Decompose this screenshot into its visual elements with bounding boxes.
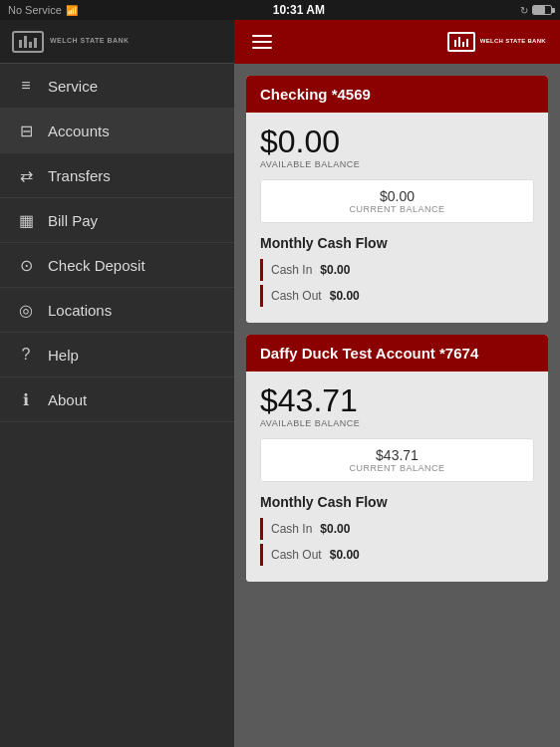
cash-in-amount-account-2: $0.00 — [320, 522, 350, 536]
app-container: WELCH STATE BANK ≡ Service ⊟ Accounts ⇄ … — [0, 20, 560, 747]
wifi-icon: 📶 — [66, 5, 78, 16]
cash-out-item-account-2: Cash Out $0.00 — [260, 544, 534, 566]
account-title-account-2: Daffy Duck Test Account *7674 — [260, 345, 534, 362]
wbar2 — [458, 37, 460, 47]
current-balance-amount-account-2: $43.71 — [273, 447, 521, 463]
status-time: 10:31 AM — [78, 3, 520, 17]
bill-pay-icon: ▦ — [16, 211, 36, 230]
sidebar-nav: ≡ Service ⊟ Accounts ⇄ Transfers ▦ Bill … — [0, 64, 234, 747]
status-right: ↻ — [520, 5, 552, 16]
wbar3 — [462, 42, 464, 47]
hamburger-line-3 — [252, 47, 272, 49]
account-body-account-1: $0.00 AVAILABLE BALANCE $0.00 CURRENT BA… — [246, 113, 548, 323]
sidebar-label-transfers: Transfers — [48, 167, 111, 184]
check-deposit-icon: ⊙ — [16, 256, 36, 275]
sidebar-item-locations[interactable]: ◎ Locations — [0, 288, 234, 333]
sidebar-item-about[interactable]: ℹ About — [0, 377, 234, 422]
sidebar-item-transfers[interactable]: ⇄ Transfers — [0, 153, 234, 198]
bar4 — [34, 38, 37, 48]
account-title-account-1: Checking *4569 — [260, 86, 534, 103]
sidebar-label-accounts: Accounts — [48, 123, 110, 139]
cash-out-amount-account-2: $0.00 — [330, 548, 360, 562]
transfers-icon: ⇄ — [16, 166, 36, 185]
sidebar-bank-name: WELCH STATE BANK — [50, 37, 130, 45]
sidebar-label-about: About — [48, 391, 87, 408]
current-balance-label-account-1: CURRENT BALANCE — [273, 204, 521, 214]
no-service-text: No Service — [8, 4, 62, 16]
current-balance-label-account-2: CURRENT BALANCE — [273, 463, 521, 473]
sidebar-label-check-deposit: Check Deposit — [48, 257, 145, 274]
sidebar-label-bill-pay: Bill Pay — [48, 212, 98, 229]
battery-fill — [533, 6, 545, 14]
current-balance-amount-account-1: $0.00 — [273, 188, 521, 204]
locations-icon: ◎ — [16, 301, 36, 320]
about-icon: ℹ — [16, 390, 36, 409]
account-header-account-1: Checking *4569 — [246, 76, 548, 113]
top-bar: WELCH STATE BANK — [234, 20, 560, 64]
wbar4 — [466, 39, 468, 47]
bar1 — [19, 40, 22, 48]
help-icon: ? — [16, 346, 36, 364]
cash-out-amount-account-1: $0.00 — [330, 289, 360, 303]
sidebar-item-bill-pay[interactable]: ▦ Bill Pay — [0, 198, 234, 243]
sidebar-label-help: Help — [48, 347, 79, 364]
current-balance-box-account-2: $43.71 CURRENT BALANCE — [260, 438, 534, 482]
sidebar-item-help[interactable]: ? Help — [0, 333, 234, 377]
cash-in-item-account-2: Cash In $0.00 — [260, 518, 534, 540]
account-card-account-1[interactable]: Checking *4569 $0.00 AVAILABLE BALANCE $… — [246, 76, 548, 323]
status-left: No Service 📶 — [8, 4, 78, 16]
bank-logo-bars — [19, 36, 37, 48]
current-balance-box-account-1: $0.00 CURRENT BALANCE — [260, 179, 534, 223]
service-icon: ≡ — [16, 77, 36, 95]
account-header-account-2: Daffy Duck Test Account *7674 — [246, 335, 548, 372]
cash-in-amount-account-1: $0.00 — [320, 263, 350, 277]
available-balance-amount-account-2: $43.71 — [260, 383, 534, 418]
main-content: WELCH STATE BANK Checking *4569 $0.00 AV… — [234, 20, 560, 747]
available-balance-amount-account-1: $0.00 — [260, 124, 534, 159]
top-bar-logo: WELCH STATE BANK — [447, 32, 546, 52]
accounts-scroll[interactable]: Checking *4569 $0.00 AVAILABLE BALANCE $… — [234, 64, 560, 747]
sidebar-item-accounts[interactable]: ⊟ Accounts — [0, 109, 234, 153]
accounts-icon: ⊟ — [16, 122, 36, 140]
top-bar-bank-name: WELCH STATE BANK — [480, 38, 546, 45]
cash-in-label-account-2: Cash In — [271, 522, 312, 536]
account-card-account-2[interactable]: Daffy Duck Test Account *7674 $43.71 AVA… — [246, 335, 548, 582]
cash-out-label-account-2: Cash Out — [271, 548, 322, 562]
available-balance-label-account-2: AVAILABLE BALANCE — [260, 418, 534, 428]
account-body-account-2: $43.71 AVAILABLE BALANCE $43.71 CURRENT … — [246, 372, 548, 582]
cash-out-label-account-1: Cash Out — [271, 289, 322, 303]
cash-in-item-account-1: Cash In $0.00 — [260, 259, 534, 281]
hamburger-line-1 — [252, 35, 272, 37]
bar2 — [24, 36, 27, 48]
monthly-cash-flow-title-account-1: Monthly Cash Flow — [260, 235, 534, 251]
top-bar-logo-box — [447, 32, 475, 52]
monthly-cash-flow-title-account-2: Monthly Cash Flow — [260, 494, 534, 510]
bank-logo-icon — [12, 31, 44, 53]
cash-out-item-account-1: Cash Out $0.00 — [260, 285, 534, 307]
bluetooth-icon: ↻ — [520, 5, 528, 16]
hamburger-button[interactable] — [248, 31, 276, 53]
sidebar-label-service: Service — [48, 78, 98, 95]
status-bar: No Service 📶 10:31 AM ↻ — [0, 0, 560, 20]
battery-icon — [532, 5, 552, 15]
hamburger-line-2 — [252, 41, 272, 43]
cash-in-label-account-1: Cash In — [271, 263, 312, 277]
bar3 — [29, 42, 32, 48]
wbar1 — [454, 40, 456, 47]
sidebar-item-service[interactable]: ≡ Service — [0, 64, 234, 109]
sidebar-label-locations: Locations — [48, 302, 112, 319]
sidebar-header: WELCH STATE BANK — [0, 20, 234, 64]
sidebar: WELCH STATE BANK ≡ Service ⊟ Accounts ⇄ … — [0, 20, 234, 747]
top-bar-logo-bars — [454, 37, 468, 47]
sidebar-item-check-deposit[interactable]: ⊙ Check Deposit — [0, 243, 234, 288]
bank-logo: WELCH STATE BANK — [12, 31, 130, 53]
available-balance-label-account-1: AVAILABLE BALANCE — [260, 159, 534, 169]
